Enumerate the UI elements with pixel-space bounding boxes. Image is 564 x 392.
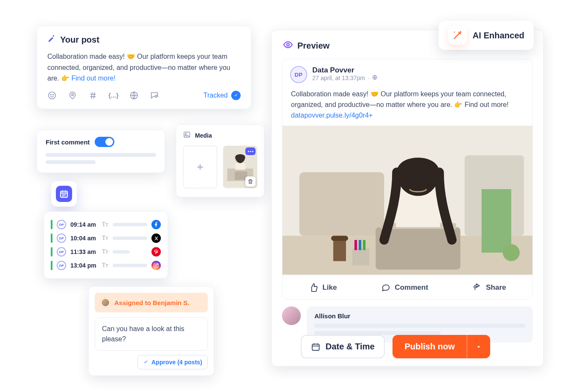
account-name: Data Povver bbox=[312, 66, 378, 75]
like-button[interactable]: Like bbox=[305, 280, 341, 295]
location-icon[interactable] bbox=[68, 91, 77, 100]
svg-point-12 bbox=[64, 195, 64, 196]
preview-title: Preview bbox=[297, 41, 330, 51]
preview-text-c: Find out more! bbox=[462, 101, 509, 108]
svg-point-14 bbox=[155, 265, 157, 267]
svg-point-29 bbox=[503, 244, 520, 261]
avatar-icon bbox=[101, 298, 110, 307]
chat-icon[interactable] bbox=[150, 91, 159, 100]
post-link[interactable]: Find out more! bbox=[71, 75, 115, 82]
svg-point-2 bbox=[53, 94, 54, 95]
check-icon bbox=[231, 91, 241, 100]
skeleton-line bbox=[314, 324, 525, 328]
svg-rect-37 bbox=[355, 240, 357, 251]
point-right-emoji: 👉 bbox=[454, 101, 462, 108]
ai-enhanced-badge[interactable]: AI Enhanced bbox=[439, 21, 534, 50]
text-type-icon: Tт bbox=[102, 262, 108, 269]
comment-avatar bbox=[282, 306, 301, 325]
svg-point-1 bbox=[50, 94, 51, 95]
preview-actions-row: Like Comment Share bbox=[282, 276, 532, 299]
svg-point-8 bbox=[62, 194, 63, 195]
pinterest-icon bbox=[151, 247, 161, 257]
x-icon bbox=[151, 233, 161, 243]
media-title: Media bbox=[195, 132, 212, 139]
first-comment-card: First comment bbox=[37, 130, 165, 173]
variables-icon[interactable]: {...} bbox=[109, 91, 118, 100]
publish-dropdown-button[interactable] bbox=[467, 335, 490, 358]
status-bar-icon bbox=[51, 220, 52, 229]
svg-rect-40 bbox=[312, 344, 320, 350]
your-post-title-row: Your post bbox=[47, 35, 241, 45]
hashtag-icon[interactable] bbox=[88, 91, 98, 100]
schedule-time: 09:14 am bbox=[70, 221, 98, 228]
account-badge: DP bbox=[57, 233, 66, 243]
first-comment-toggle[interactable] bbox=[95, 137, 114, 147]
post-body[interactable]: Collaboration made easy! 🤝 Our platform … bbox=[47, 51, 241, 84]
preview-post-header: DP Data Povver 27 april, at 13:37pm · bbox=[282, 59, 532, 86]
instagram-icon bbox=[151, 261, 161, 270]
share-button[interactable]: Share bbox=[468, 280, 510, 295]
datetime-label: Date & Time bbox=[326, 342, 375, 352]
svg-point-0 bbox=[49, 92, 56, 99]
approve-label: Approve (4 posts) bbox=[151, 359, 202, 366]
facebook-preview: DP Data Povver 27 april, at 13:37pm · Co… bbox=[282, 59, 533, 300]
assigned-banner: Assigned to Benjamin S. bbox=[95, 293, 208, 312]
publish-now-button[interactable]: Publish now bbox=[392, 335, 467, 358]
delete-media-button[interactable] bbox=[245, 176, 256, 187]
skeleton-line bbox=[113, 236, 147, 240]
account-badge: DP bbox=[57, 220, 66, 229]
svg-rect-28 bbox=[482, 189, 512, 253]
media-thumbnail[interactable] bbox=[223, 146, 257, 188]
schedule-row[interactable]: DP 13:04 pm Tт bbox=[51, 259, 161, 272]
skeleton-line bbox=[113, 264, 147, 267]
preview-short-link[interactable]: datapovver.pulse.ly/4g0r4+ bbox=[291, 112, 373, 119]
status-bar-icon bbox=[51, 247, 52, 257]
svg-rect-36 bbox=[352, 248, 369, 265]
publish-bottom-bar: Date & Time Publish now bbox=[301, 335, 534, 358]
add-media-button[interactable] bbox=[183, 146, 217, 188]
schedule-row[interactable]: DP 09:14 am Tт bbox=[51, 218, 161, 231]
globe-icon[interactable] bbox=[129, 91, 139, 100]
skeleton-line bbox=[113, 223, 147, 226]
svg-point-3 bbox=[72, 94, 74, 96]
eye-icon bbox=[283, 40, 293, 52]
skeleton-line bbox=[46, 160, 96, 164]
your-post-card: Your post Collaboration made easy! 🤝 Our… bbox=[37, 26, 251, 109]
globe-icon bbox=[372, 75, 378, 81]
ai-enhanced-label: AI Enhanced bbox=[473, 31, 524, 40]
approve-button[interactable]: Approve (4 posts) bbox=[137, 355, 208, 369]
text-type-icon: Tт bbox=[102, 235, 108, 242]
preview-text-a: Collaboration made easy! bbox=[291, 90, 370, 98]
media-title-row: Media bbox=[183, 131, 257, 140]
account-badge: DP bbox=[57, 247, 66, 257]
comment-label: Comment bbox=[395, 283, 428, 292]
account-badge: DP bbox=[57, 261, 66, 270]
publish-label: Publish now bbox=[404, 342, 455, 351]
post-datetime-text: 27 april, at 13:37pm bbox=[312, 75, 365, 81]
preview-card: AI Enhanced Preview DP Data Povver 27 ap… bbox=[271, 30, 544, 366]
schedule-row[interactable]: DP 10:04 am Tт bbox=[51, 231, 161, 245]
svg-point-5 bbox=[155, 95, 157, 97]
handshake-emoji: 🤝 bbox=[127, 51, 135, 62]
like-label: Like bbox=[323, 283, 337, 292]
svg-point-9 bbox=[64, 194, 64, 195]
first-comment-row: First comment bbox=[46, 137, 156, 147]
schedule-row[interactable]: DP 11:33 am Tт bbox=[51, 245, 161, 259]
svg-point-22 bbox=[287, 43, 289, 46]
svg-rect-32 bbox=[333, 240, 346, 262]
handshake-emoji: 🤝 bbox=[370, 90, 379, 98]
facebook-icon bbox=[151, 220, 161, 229]
calendar-badge[interactable] bbox=[51, 181, 77, 207]
first-comment-label: First comment bbox=[46, 138, 90, 146]
media-options-button[interactable] bbox=[245, 147, 256, 155]
share-label: Share bbox=[486, 283, 506, 292]
tracked-link-toggle[interactable]: Tracked bbox=[204, 91, 241, 100]
svg-point-17 bbox=[185, 133, 186, 135]
emoji-icon[interactable] bbox=[47, 91, 57, 100]
text-type-icon: Tт bbox=[102, 248, 108, 255]
schedule-time: 10:04 am bbox=[70, 235, 98, 242]
datetime-button[interactable]: Date & Time bbox=[301, 335, 385, 358]
comment-button[interactable]: Comment bbox=[377, 280, 432, 295]
media-card: Media bbox=[176, 124, 265, 197]
dot-separator: · bbox=[368, 75, 369, 81]
